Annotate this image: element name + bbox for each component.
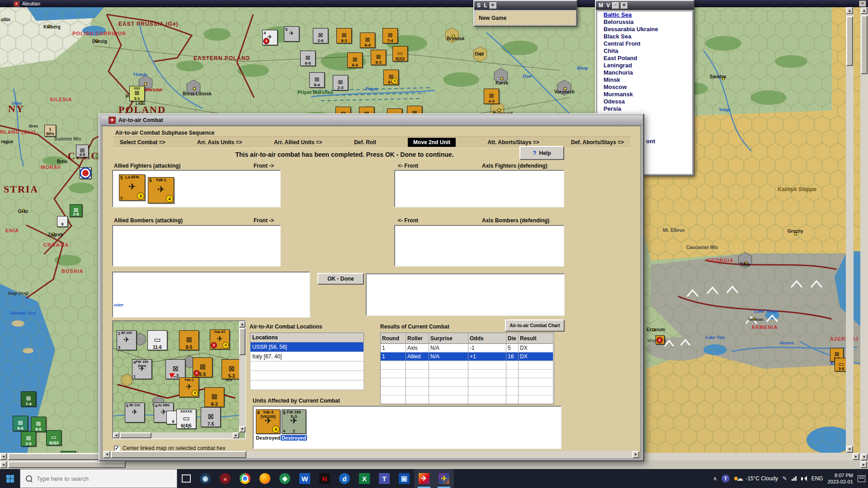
mv-list-item[interactable]: Baltic Sea [597,11,692,19]
unit-counter-bf-109[interactable]: Bf 1091✈3 [117,330,137,350]
allied-bombers-box[interactable] [112,225,281,267]
unit-counter[interactable]: 4✈3 [262,30,278,45]
axis-bombers-box[interactable] [394,225,564,267]
mv-list-item[interactable]: Persia [597,105,692,113]
minimap-view[interactable]: Kri Bf 1091✈3▭11-6⊠8-5Yak-9T✈43FW 190Dor… [113,321,239,432]
weather-widget[interactable]: ☁ -15°C Cloudy [734,474,778,483]
network-icon[interactable] [792,476,797,481]
scroll-left-icon[interactable]: ◄ [113,432,119,438]
unit-counter[interactable]: ▭5(4)3 [46,430,61,446]
unit-counter[interactable]: ⊠4-6 [76,145,89,157]
location-row-empty[interactable] [250,371,364,380]
results-row[interactable]: 1AxisN/A-15DX [381,344,554,352]
unit-counter-yak-1[interactable]: Yak-15✈4 [148,177,174,203]
mv-list-item[interactable]: East Poland [597,55,692,62]
sl-window-titlebar[interactable]: S L ✕ [474,1,576,10]
mv-list-item[interactable]: Bessarabia Ukraine [597,26,692,33]
scroll-left-icon[interactable]: ◄ [104,451,110,458]
combat-chart-button[interactable]: Air-to-air Combat Chart [505,319,565,332]
menu-item-new-game[interactable]: New Game [475,14,510,22]
results-row-empty[interactable] [381,395,554,404]
mv-list-item-partial[interactable]: ont [646,138,655,145]
unit-counter-fw-190[interactable]: FW 190F-36✈42 [282,409,306,434]
search-input[interactable] [36,475,155,483]
unit-counter[interactable]: ⊠8-5 [179,330,199,350]
unit-counter-yak-1[interactable]: Yak-1✈4 [179,377,199,397]
unit-counter[interactable]: ⊠2-6 [70,204,82,217]
task-view-button[interactable] [177,469,195,488]
scroll-right-icon[interactable]: ► [632,451,639,458]
help-button[interactable]: ? Help [519,146,564,160]
unit-counter[interactable]: ⊠2-6 [313,28,328,43]
scroll-up-icon[interactable]: ▲ [861,7,868,14]
results-row-empty[interactable] [381,361,554,370]
unit-counter[interactable]: ⊠4-3 [484,89,499,104]
unit-counter[interactable]: ⊠5-3 [222,359,239,379]
unit-counter[interactable]: ⊠6-4 [347,52,363,68]
unit-counter[interactable]: ⊠8-5 [31,417,46,432]
location-row[interactable]: Italy [67, 40] [250,352,364,361]
scroll-right-icon[interactable]: ► [233,432,239,438]
action-center-icon[interactable] [858,475,865,482]
unit-counter[interactable]: ⊠2-3 [333,75,348,90]
unit-counter[interactable]: 5✈ [284,26,299,42]
allied-fighters-box[interactable]: La-5FN5✈23Yak-15✈4 [112,170,281,207]
green-app-icon[interactable]: ◆ [275,469,295,488]
minimap-hscrollbar[interactable]: ◄ ► [113,432,239,438]
photos-icon[interactable]: ▣ [394,469,414,488]
mv-list-item[interactable]: Moscow [597,84,692,91]
results-row-empty[interactable] [381,370,554,378]
mv-list-item[interactable]: Leningrad [597,62,692,69]
mv-list-item[interactable]: Central Front [597,40,692,47]
restore-icon[interactable]: ▫ [612,2,619,9]
unit-counter[interactable]: ⊠7-4 [21,391,36,407]
scroll-down-icon[interactable]: ▼ [239,426,245,432]
unit-counter-yak-3[interactable]: Yak-3(VK105)6✈4 [256,409,280,434]
dialog-titlebar[interactable]: ✈ Air-to-air Combat [100,115,642,126]
scroll-down-icon[interactable]: ▼ [846,446,853,453]
map-vertical-scrollbar[interactable]: ▲ ▼ [846,7,854,453]
unit-counter-yak-9t[interactable]: Yak-9T✈43 [210,329,230,349]
scroll-up-icon[interactable]: ▲ [239,321,245,328]
outer-vscroll-thumb[interactable] [861,15,868,74]
unit-counter[interactable] [80,167,91,179]
unit-counter-fw-190[interactable]: FW 190Dora4✈1 [132,359,152,379]
dialog-hscrollbar[interactable]: ◄ ► [104,451,639,458]
language-indicator[interactable]: ENG [811,475,823,482]
scroll-up-icon[interactable]: ▲ [846,7,853,14]
results-table[interactable]: RoundRollerSurpriseOddsDieResult1AxisN/A… [380,333,554,404]
center-map-checkbox-row[interactable]: ✓ Center linked map on selected combat h… [114,445,225,451]
unit-counter[interactable]: ▭11-6 [147,330,167,350]
results-row-empty[interactable] [381,378,554,387]
unit-counter-xxxxx[interactable]: XXXXX▭6(4)5 [176,409,196,429]
location-row-empty[interactable] [250,380,364,390]
unit-counter[interactable]: ⊠6-33 [383,70,399,85]
outer-vertical-scrollbar[interactable]: ▲ ▼ [860,7,868,460]
outer-hscroll-thumb[interactable] [8,461,126,468]
close-icon[interactable]: ✕ [859,0,866,7]
minimap-hthumb[interactable] [120,432,151,438]
unit-counter[interactable]: ⊠8-5 [13,416,28,431]
media-red-icon[interactable]: ● [215,469,235,488]
unit-counter-bf-110[interactable]: Bf 1105✈ [125,403,145,422]
right-message-box[interactable] [366,273,565,316]
results-row-empty[interactable] [381,387,554,395]
mv-list-item[interactable]: Black Sea [597,33,692,40]
combat-locations-list[interactable]: Locations USSR [56, 56]Italy [67, 40] [250,333,364,389]
mv-list-item[interactable]: Minsk [597,76,692,84]
scroll-left-icon[interactable]: ◄ [0,461,7,468]
steam-icon[interactable]: ◉ [195,469,215,488]
mv-window-titlebar[interactable]: M V ▫ ✕ [596,1,693,10]
unit-counter-xxx[interactable]: XXX⊠3-1 [129,86,145,101]
mv-list-item[interactable]: Chita [597,47,692,55]
unit-counter[interactable]: ⊠6-5 [300,51,316,66]
outer-horizontal-scrollbar[interactable]: ◄ ► [0,460,868,469]
mv-list-item[interactable]: Murmansk [597,91,692,98]
teams-icon[interactable]: T [374,469,394,488]
unit-counter[interactable]: ⊠2-52 [193,357,212,377]
start-button[interactable] [0,469,20,488]
word-icon[interactable]: W [295,469,315,488]
netflix-icon[interactable]: N [315,469,335,488]
unit-counter[interactable]: ⊠8-3 [204,387,224,407]
left-message-box[interactable] [112,272,310,318]
